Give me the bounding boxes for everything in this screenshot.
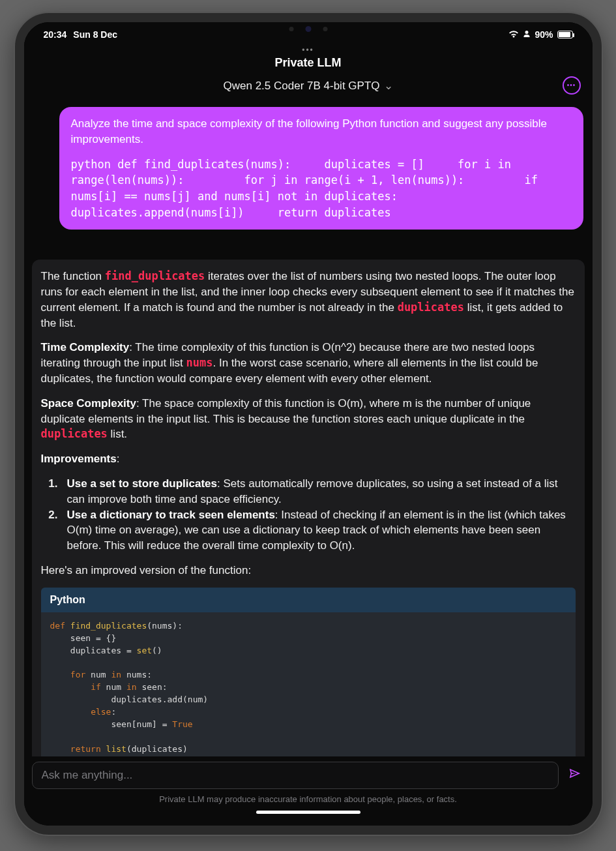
chat-scroll[interactable]: Analyze the time and space complexity of… bbox=[24, 93, 593, 756]
inline-code: find_duplicates bbox=[105, 269, 205, 282]
tablet-frame: 20:34 Sun 8 Dec 90% ••• Private LLM Qwen… bbox=[15, 13, 602, 835]
user-message-code: python def find_duplicates(nums): duplic… bbox=[71, 157, 572, 221]
assistant-message: The function find_duplicates iterates ov… bbox=[32, 260, 585, 756]
status-date: Sun 8 Dec bbox=[73, 29, 117, 40]
code-content: def find_duplicates(nums): seen = {} dup… bbox=[41, 612, 576, 756]
options-button[interactable]: ••• bbox=[563, 76, 581, 95]
user-message: Analyze the time and space complexity of… bbox=[59, 107, 583, 230]
send-icon bbox=[568, 766, 582, 781]
list-item: 2. Use a dictionary to track seen elemen… bbox=[41, 507, 576, 554]
code-block: Python def find_duplicates(nums): seen =… bbox=[41, 588, 576, 756]
inline-code: duplicates bbox=[41, 427, 108, 440]
camera-cluster bbox=[289, 26, 327, 32]
message-input[interactable] bbox=[32, 762, 559, 789]
status-time: 20:34 bbox=[44, 29, 67, 40]
model-selector[interactable]: Qwen 2.5 Coder 7B 4-bit GPTQ⌄ bbox=[224, 80, 393, 92]
improvements-list: 1. Use a set to store duplicates: Sets a… bbox=[41, 476, 576, 554]
person-icon bbox=[523, 29, 531, 40]
assistant-paragraph: Space Complexity: The space complexity o… bbox=[41, 396, 576, 442]
battery-percent: 90% bbox=[535, 29, 553, 40]
inline-code: duplicates bbox=[398, 301, 464, 314]
status-bar: 20:34 Sun 8 Dec 90% bbox=[24, 22, 593, 43]
code-language-label: Python bbox=[41, 588, 576, 612]
inline-code: nums bbox=[186, 356, 213, 369]
chevron-down-icon: ⌄ bbox=[384, 80, 393, 92]
battery-icon bbox=[557, 31, 573, 38]
send-button[interactable] bbox=[565, 764, 585, 787]
wifi-icon bbox=[508, 29, 519, 40]
user-message-text: Analyze the time and space complexity of… bbox=[71, 116, 572, 147]
home-indicator[interactable] bbox=[256, 811, 360, 814]
list-item: 1. Use a set to store duplicates: Sets a… bbox=[41, 476, 576, 507]
assistant-paragraph: Here's an improved version of the functi… bbox=[41, 563, 576, 578]
assistant-paragraph: Improvements: bbox=[41, 451, 576, 467]
disclaimer-text: Private LLM may produce inaccurate infor… bbox=[32, 794, 585, 804]
input-area: Private LLM may produce inaccurate infor… bbox=[24, 756, 593, 826]
screen: 20:34 Sun 8 Dec 90% ••• Private LLM Qwen… bbox=[24, 22, 593, 826]
handle-icon: ••• bbox=[24, 46, 593, 55]
assistant-paragraph: The function find_duplicates iterates ov… bbox=[41, 269, 576, 331]
assistant-paragraph: Time Complexity: The time complexity of … bbox=[41, 340, 576, 386]
app-title: Private LLM bbox=[24, 56, 593, 70]
